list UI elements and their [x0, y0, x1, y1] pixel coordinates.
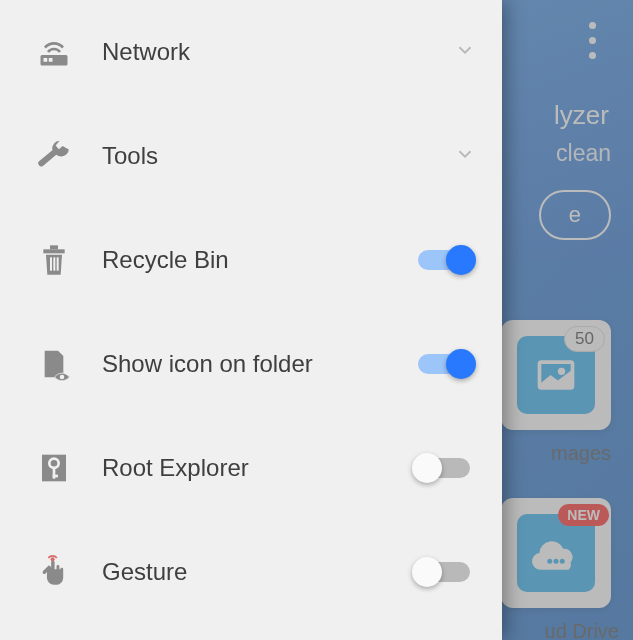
gesture-icon	[34, 552, 74, 592]
chevron-down-icon	[454, 143, 476, 169]
toggle-show-icon[interactable]	[418, 354, 470, 374]
menu-item-show-icon[interactable]: Show icon on folder	[0, 312, 502, 416]
svg-point-18	[51, 557, 55, 561]
svg-rect-8	[43, 249, 64, 253]
network-icon	[34, 32, 74, 72]
menu-label: Network	[102, 38, 454, 66]
svg-point-13	[60, 375, 65, 380]
svg-rect-10	[50, 257, 52, 270]
wrench-icon	[34, 136, 74, 176]
menu-label: Gesture	[102, 558, 418, 586]
toggle-gesture[interactable]	[418, 562, 470, 582]
menu-item-tools[interactable]: Tools	[0, 104, 502, 208]
svg-rect-6	[44, 58, 48, 62]
svg-rect-9	[50, 245, 58, 249]
menu-item-recycle-bin[interactable]: Recycle Bin	[0, 208, 502, 312]
chevron-down-icon	[454, 39, 476, 65]
menu-item-gesture[interactable]: Gesture	[0, 520, 502, 624]
menu-label: Tools	[102, 142, 454, 170]
key-icon	[34, 448, 74, 488]
svg-rect-17	[53, 475, 58, 478]
menu-label: Recycle Bin	[102, 246, 418, 274]
navigation-drawer: Network Tools Recycle B	[0, 0, 502, 640]
toggle-recycle-bin[interactable]	[418, 250, 470, 270]
svg-rect-12	[57, 257, 59, 270]
menu-item-network[interactable]: Network	[0, 0, 502, 104]
file-view-icon	[34, 344, 74, 384]
toggle-root-explorer[interactable]	[418, 458, 470, 478]
menu-item-root-explorer[interactable]: Root Explorer	[0, 416, 502, 520]
menu-label: Show icon on folder	[102, 350, 418, 378]
trash-icon	[34, 240, 74, 280]
svg-rect-7	[49, 58, 53, 62]
menu-label: Root Explorer	[102, 454, 418, 482]
svg-rect-11	[53, 257, 55, 270]
